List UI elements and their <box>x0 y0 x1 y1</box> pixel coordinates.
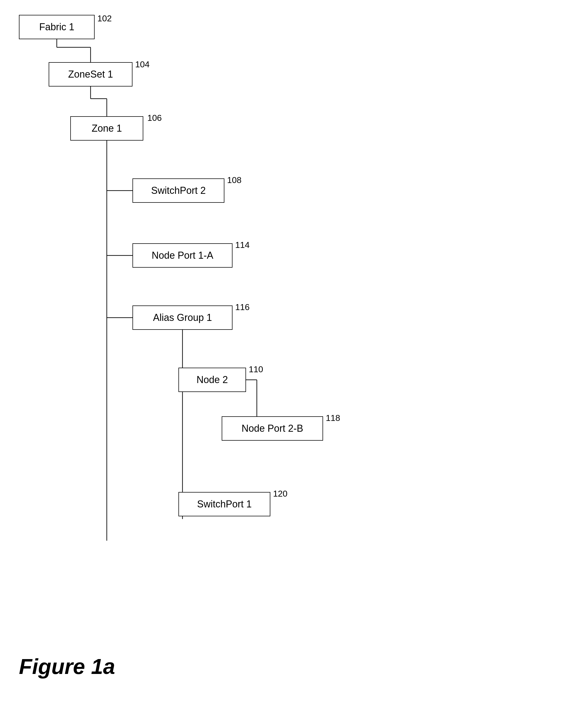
node2-box: Node 2 <box>178 367 246 392</box>
switchport1-box: SwitchPort 1 <box>178 492 270 517</box>
nodeport2b-ref: 118 <box>326 413 340 423</box>
node2-ref: 110 <box>249 364 263 375</box>
switchport1-ref: 120 <box>273 489 287 499</box>
fabric1-box: Fabric 1 <box>19 15 95 39</box>
aliasgroup1-ref: 116 <box>235 302 249 312</box>
nodeport1a-box: Node Port 1-A <box>133 243 233 268</box>
switchport2-box: SwitchPort 2 <box>133 178 225 203</box>
aliasgroup1-box: Alias Group 1 <box>133 305 233 330</box>
zone1-box: Zone 1 <box>70 116 143 141</box>
fabric1-ref: 102 <box>97 13 112 24</box>
figure-label: Figure 1a <box>19 654 115 679</box>
switchport2-ref: 108 <box>227 175 241 185</box>
diagram: Fabric 1 102 ZoneSet 1 104 Zone 1 106 Sw… <box>0 0 588 708</box>
nodeport1a-ref: 114 <box>235 240 249 250</box>
zoneset1-box: ZoneSet 1 <box>49 62 133 87</box>
connector-lines <box>0 0 588 708</box>
zoneset1-ref: 104 <box>135 59 149 69</box>
nodeport2b-box: Node Port 2-B <box>222 416 323 441</box>
zone1-ref: 106 <box>147 113 161 123</box>
